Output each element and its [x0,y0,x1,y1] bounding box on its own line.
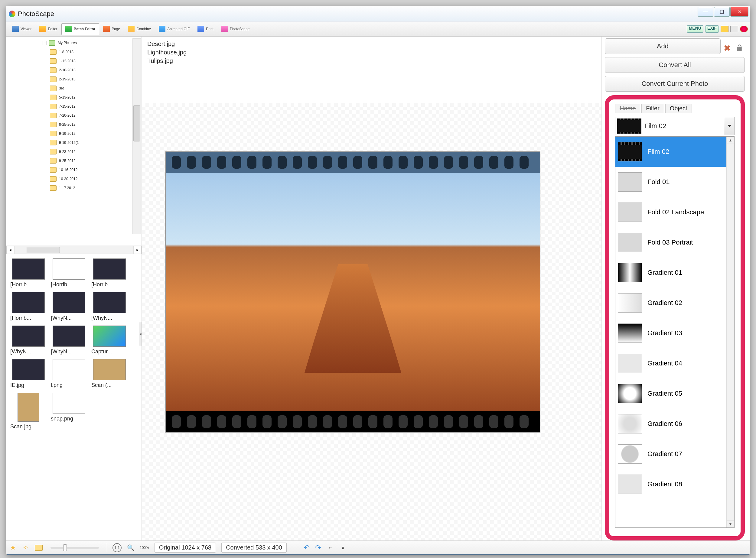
open-folder-icon[interactable] [35,545,43,551]
thumb-label: Scan.jpg [10,424,47,430]
remove-icon[interactable]: ✖ [724,43,733,52]
tree-folder[interactable]: 2-19-2013 [7,75,142,84]
frame-option[interactable]: Gradient 01 [615,257,734,288]
thumbnail[interactable]: Scan (... [91,359,128,388]
tree-folder[interactable]: 11 7 2012 [7,183,142,193]
thumbnail[interactable]: snap.png [50,392,88,430]
dropdown-scrollbar[interactable]: ▲▼ [726,136,734,528]
star-icon[interactable]: ✧ [22,544,29,551]
window-title: PhotoScape [18,10,54,18]
zoom-icon[interactable] [127,544,134,551]
tab-print[interactable]: Print [194,23,217,35]
frame-option[interactable]: Gradient 06 [615,409,734,439]
list-item[interactable]: Lighthouse.jpg [147,48,596,56]
tree-folder[interactable]: 1-12-2013 [7,56,142,66]
frame-option[interactable]: Gradient 04 [615,348,734,378]
minimize-button[interactable]: — [698,7,713,17]
panel-tab-object[interactable]: Object [665,104,692,113]
tree-folder[interactable]: 7-20-2012 [7,111,142,120]
tab-page[interactable]: Page [99,23,124,35]
tree-folder[interactable]: 10-30-2012 [7,174,142,183]
tree-folder[interactable]: 9-23-2012 [7,147,142,156]
close-button[interactable]: ✕ [730,7,749,17]
timer-icon[interactable]: ⧗ [339,544,346,551]
slideshow-icon[interactable] [721,26,729,32]
frame-option[interactable]: Fold 01 [615,167,734,197]
tree-vscroll[interactable] [132,39,141,234]
tree-hscroll[interactable]: ◄► [6,245,142,254]
option-label: Fold 03 Portrait [648,238,693,246]
thumbnail[interactable]: Scan.jpg [9,392,47,430]
panel-tab-filter[interactable]: Filter [641,104,664,113]
thumbnail[interactable]: IE.jpg [9,359,47,388]
tree-folder[interactable]: 3rd [7,84,142,93]
dropdown-arrow-icon[interactable] [724,117,734,135]
frame-option[interactable]: Gradient 02 [615,288,734,318]
tree-folder[interactable]: 8-25-2012 [7,120,142,129]
option-swatch-icon [618,172,642,192]
thumbnail[interactable]: [Horrib... [9,292,47,321]
thumbnail[interactable]: Captur... [91,326,128,355]
exif-badge[interactable]: EXIF [705,25,719,33]
photoscape-icon [221,26,228,32]
tab-combine[interactable]: Combine [124,23,155,35]
tree-folder[interactable]: 1-8-2013 [7,48,142,56]
thumb-image [18,392,39,422]
frame-option[interactable]: Gradient 08 [615,469,734,499]
option-swatch-icon [618,233,642,252]
list-item[interactable]: Tulips.jpg [147,56,596,65]
collapse-icon[interactable]: − [43,41,47,45]
help-icon[interactable] [740,26,748,32]
folder-label: 9-23-2012 [59,150,76,154]
menu-badge[interactable]: MENU [687,25,703,33]
thumbnail[interactable]: [Horrib... [9,258,47,288]
fit-icon[interactable]: 1:1 [113,543,122,552]
titlebar: PhotoScape — ☐ ✕ [6,6,750,22]
frame-option[interactable]: Fold 03 Portrait [615,227,734,257]
thumbnail[interactable]: l.png [50,359,88,388]
folder-icon [50,58,56,64]
thumb-size-slider[interactable] [50,547,99,549]
frame-option[interactable]: Gradient 03 [615,318,734,348]
favorite-icon[interactable]: ★ [9,544,17,551]
tree-folder[interactable]: 7-15-2012 [7,102,142,111]
tree-root[interactable]: − My Pictures [7,39,142,48]
frame-combo[interactable]: Film 02 [615,117,734,135]
maximize-button[interactable]: ☐ [714,7,730,17]
folder-label: 7-15-2012 [59,104,76,108]
tab-batch-editor[interactable]: Batch Editor [62,23,99,35]
thumbnail[interactable]: [WhyN... [50,326,88,355]
frame-option[interactable]: Gradient 07 [615,439,734,469]
panel-tab-home[interactable]: Home [615,104,640,113]
convert-current-button[interactable]: Convert Current Photo [605,76,745,92]
convert-all-button[interactable]: Convert All [605,57,745,73]
tab-animated-gif[interactable]: Animated GIF [155,23,194,35]
tab-photoscape[interactable]: PhotoScape [217,23,253,35]
copy-icon[interactable] [730,26,738,32]
thumbnail[interactable]: [WhyN... [9,326,47,355]
tree-folder[interactable]: 9-19-2012(1 [7,138,142,147]
tab-editor[interactable]: Editor [35,23,61,35]
undo-icon[interactable]: ↶ [303,543,310,552]
tab-viewer[interactable]: Viewer [8,23,35,35]
thumbnail[interactable]: [WhyN... [91,292,128,321]
tree-folder[interactable]: 9-25-2012 [7,156,142,166]
trash-icon[interactable]: 🗑 [736,43,745,52]
tree-folder[interactable]: 9-19-2012 [7,129,142,138]
thumbnail[interactable]: [Horrib... [50,258,88,288]
thumb-label: [Horrib... [10,281,47,288]
frame-option[interactable]: Film 02 [615,136,734,167]
thumbnail[interactable]: [Horrib... [91,258,128,288]
fit-width-icon[interactable]: ⇿ [326,544,334,551]
frame-option[interactable]: Gradient 05 [615,378,734,409]
tree-folder[interactable]: 2-10-2013 [7,66,142,75]
thumbnail[interactable]: [WhyN... [50,292,88,321]
add-button[interactable]: Add [605,39,721,54]
splitter-handle[interactable]: ◄ [139,322,142,346]
option-swatch-icon [618,384,642,403]
redo-icon[interactable]: ↷ [315,543,321,552]
list-item[interactable]: Desert.jpg [147,40,596,48]
frame-option[interactable]: Fold 02 Landscape [615,197,734,227]
tree-folder[interactable]: 5-13-2012 [7,93,142,102]
tree-folder[interactable]: 10-16-2012 [7,166,142,174]
